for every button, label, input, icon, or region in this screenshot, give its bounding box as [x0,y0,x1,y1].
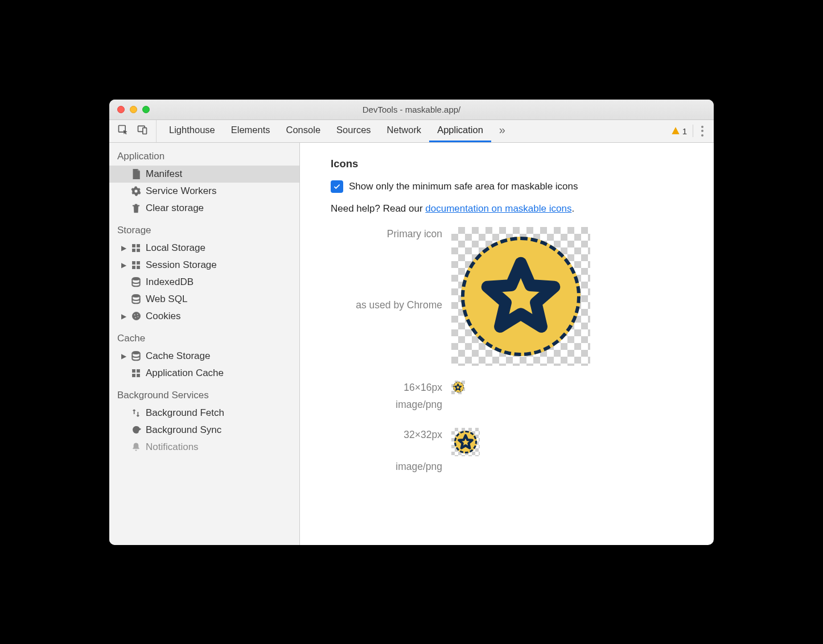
icons-heading: Icons [331,158,714,170]
tab-lighthouse[interactable]: Lighthouse [161,120,223,142]
svg-point-17 [137,316,138,317]
svg-point-11 [132,277,139,280]
sidebar-item-label: Background Fetch [146,407,224,419]
inspect-icon[interactable] [117,124,129,138]
svg-rect-22 [137,374,139,377]
primary-icon-preview [451,227,590,366]
sidebar-item-cache-storage[interactable]: ▶ Cache Storage [109,348,299,365]
icon-size-16: 16×16px [331,381,442,394]
sidebar-item-indexeddb[interactable]: ▶ IndexedDB [109,274,299,291]
more-tabs-icon[interactable]: » [491,120,513,142]
caret-icon: ▶ [121,261,126,269]
separator [693,125,693,137]
safe-area-label: Show only the minimum safe area for mask… [349,181,578,192]
tab-sources[interactable]: Sources [328,120,379,142]
section-cache: Cache [109,325,299,348]
sync-icon [131,425,141,435]
sidebar-item-application-cache[interactable]: ▶ Application Cache [109,365,299,382]
star-icon [454,383,462,391]
svg-rect-5 [132,249,135,251]
tab-application[interactable]: Application [429,120,491,142]
tab-console[interactable]: Console [278,120,329,142]
icon-size-32: 32×32px [331,428,442,441]
warnings-badge[interactable]: 1 [671,126,687,136]
svg-rect-19 [132,369,135,372]
application-sidebar: Application ▶ Manifest ▶ Service Workers… [109,143,300,545]
sidebar-item-background-sync[interactable]: ▶ Background Sync [109,422,299,439]
db-icon [131,277,141,287]
fetch-icon [131,408,141,418]
sidebar-item-session-storage[interactable]: ▶ Session Storage [109,257,299,274]
grid-icon [131,368,141,378]
svg-rect-8 [137,261,139,264]
warnings-count: 1 [682,126,687,136]
svg-rect-2 [143,128,147,134]
tab-elements[interactable]: Elements [223,120,278,142]
svg-rect-7 [132,261,135,264]
db-icon [131,351,141,361]
sidebar-item-clear-storage[interactable]: ▶ Clear storage [109,200,299,217]
trash-icon [131,203,141,213]
help-text: Need help? Read our documentation on mas… [331,203,714,214]
svg-rect-9 [132,266,135,269]
titlebar: DevTools - maskable.app/ [109,100,714,120]
panel-tabs: Lighthouse Elements Console Sources Netw… [157,120,663,142]
icon-preview-16 [451,381,465,394]
sidebar-item-notifications[interactable]: ▶ Notifications [109,439,299,456]
safe-area-checkbox[interactable] [331,180,343,193]
primary-icon-label-1: Primary icon [331,227,442,240]
sidebar-item-label: Background Sync [146,424,221,436]
svg-rect-6 [137,249,139,251]
minimize-window[interactable] [130,106,137,113]
star-icon [481,257,561,336]
icon-mime-16: image/png [331,399,442,411]
svg-point-14 [134,314,135,315]
sidebar-item-label: Application Cache [146,368,224,379]
section-application: Application [109,143,299,166]
sidebar-item-label: Session Storage [146,259,217,271]
gear-icon [131,186,141,196]
file-icon [131,169,141,179]
cookie-icon [131,311,141,321]
sidebar-item-label: Notifications [146,441,199,453]
settings-menu-icon[interactable] [699,126,706,137]
svg-rect-4 [137,244,139,247]
caret-icon: ▶ [121,352,126,360]
docs-link[interactable]: documentation on maskable icons [425,203,571,214]
sidebar-item-local-storage[interactable]: ▶ Local Storage [109,240,299,257]
devtools-window: DevTools - maskable.app/ Lighthouse Elem… [109,100,714,545]
tab-network[interactable]: Network [379,120,430,142]
sidebar-item-service-workers[interactable]: ▶ Service Workers [109,183,299,200]
icon-preview-32 [451,428,480,456]
sidebar-item-label: Cache Storage [146,350,210,362]
sidebar-item-label: Clear storage [146,203,204,214]
sidebar-item-manifest[interactable]: ▶ Manifest [109,166,299,183]
svg-point-12 [132,294,139,297]
db-icon [131,294,141,304]
section-storage: Storage [109,217,299,240]
sidebar-item-websql[interactable]: ▶ Web SQL [109,291,299,308]
close-window[interactable] [117,106,125,113]
window-controls [117,106,150,113]
sidebar-item-label: Web SQL [146,294,187,305]
svg-rect-20 [137,369,139,372]
svg-point-15 [137,314,138,315]
maximize-window[interactable] [142,106,150,113]
device-toggle-icon[interactable] [137,124,148,138]
sidebar-item-label: IndexedDB [146,276,194,288]
star-icon [458,434,474,450]
svg-rect-21 [132,374,135,377]
sidebar-item-background-fetch[interactable]: ▶ Background Fetch [109,404,299,422]
svg-rect-3 [132,244,135,247]
grid-icon [131,243,141,253]
svg-point-13 [132,312,140,320]
sidebar-item-label: Manifest [146,168,182,180]
window-title: DevTools - maskable.app/ [363,105,461,114]
section-background-services: Background Services [109,382,299,404]
primary-icon-label-2: as used by Chrome [331,299,442,311]
sidebar-item-cookies[interactable]: ▶ Cookies [109,308,299,325]
bell-icon [131,442,141,452]
svg-point-16 [134,317,135,318]
sidebar-item-label: Local Storage [146,242,205,254]
icon-mime-32: image/png [331,461,442,473]
